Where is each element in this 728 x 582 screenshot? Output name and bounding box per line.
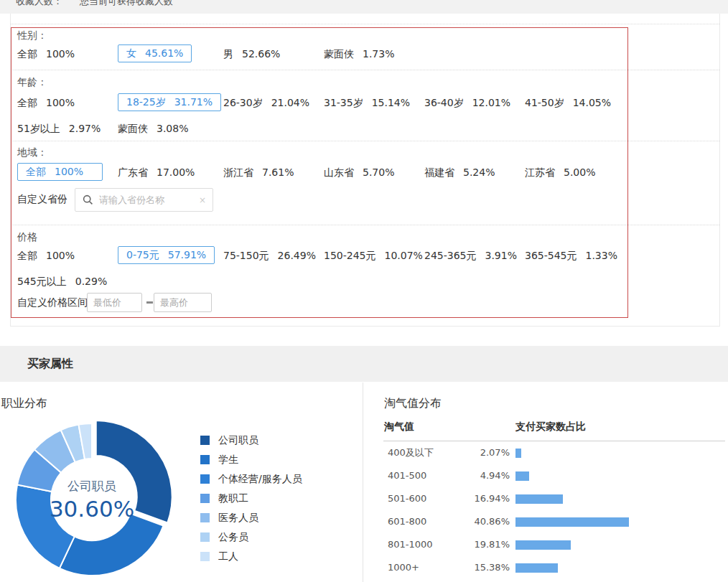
donut-slice-2[interactable] bbox=[60, 514, 164, 576]
filter-option[interactable]: 蒙面侠3.08% bbox=[118, 119, 188, 138]
filter-option-selected[interactable]: 0-75元57.91% bbox=[118, 246, 215, 264]
filter-section-label: 年龄： bbox=[17, 75, 47, 88]
legend-item[interactable]: 个体经营/服务人员 bbox=[200, 469, 302, 489]
taoqi-bar bbox=[515, 449, 521, 458]
filter-option[interactable]: 山东省5.70% bbox=[324, 163, 394, 182]
filter-section-label: 地域： bbox=[17, 146, 47, 159]
filter-option-value: 1.73% bbox=[363, 48, 394, 60]
filter-option[interactable]: 男52.66% bbox=[223, 44, 280, 63]
filter-option-name: 51岁以上 bbox=[17, 123, 60, 134]
filter-option-value: 12.01% bbox=[472, 97, 510, 108]
filter-option-selected[interactable]: 18-25岁31.71% bbox=[118, 93, 221, 111]
taoqi-percent-value: 16.94% bbox=[441, 487, 510, 510]
taoqi-range-label: 401-500 bbox=[388, 464, 426, 487]
filter-option[interactable]: 福建省5.24% bbox=[424, 163, 495, 182]
filter-option-value: 7.61% bbox=[262, 166, 294, 178]
filter-option[interactable]: 150-245元10.07% bbox=[324, 246, 423, 265]
custom-province-row: 自定义省份请输入省份名称× bbox=[17, 188, 714, 212]
taoqi-percent-value: 2.07% bbox=[441, 441, 510, 464]
filter-option-value: 10.07% bbox=[385, 250, 423, 261]
legend-item[interactable]: 公司职员 bbox=[200, 431, 302, 450]
filter-option-name: 福建省 bbox=[424, 166, 454, 178]
filter-option-name: 全部 bbox=[17, 48, 37, 60]
taoqi-table-row: 400及以下2.07% bbox=[383, 441, 725, 464]
filter-option[interactable]: 545元以上0.29% bbox=[17, 272, 107, 291]
filter-option-name: 0-75元 bbox=[126, 249, 159, 261]
taoqi-range-label: 501-600 bbox=[388, 487, 426, 510]
filter-section-label: 性别： bbox=[17, 29, 47, 42]
filter-option[interactable]: 蒙面侠1.73% bbox=[324, 44, 394, 63]
filter-option-name: 26-30岁 bbox=[223, 97, 263, 108]
filter-option[interactable]: 全部100% bbox=[17, 44, 75, 63]
filter-option[interactable]: 75-150元26.49% bbox=[223, 246, 316, 265]
taoqi-table-row: 501-60016.94% bbox=[383, 487, 725, 510]
filter-options-row: 全部100%18-25岁31.71%26-30岁21.04%31-35岁15.1… bbox=[17, 93, 714, 112]
donut-slice-3[interactable] bbox=[16, 484, 75, 568]
filter-options-row: 全部100%广东省17.00%浙江省7.61%山东省5.70%福建省5.24%江… bbox=[17, 163, 714, 182]
filter-option-selected[interactable]: 全部100% bbox=[17, 163, 103, 181]
clear-icon[interactable]: × bbox=[199, 195, 206, 205]
taoqi-bar bbox=[515, 517, 629, 527]
filter-option-value: 14.05% bbox=[573, 97, 611, 108]
taoqi-table-row: 401-5004.94% bbox=[383, 464, 725, 487]
min-price-input[interactable]: 最低价 bbox=[87, 293, 142, 312]
filter-option-value: 100% bbox=[46, 48, 75, 60]
filter-option-value: 1.33% bbox=[586, 250, 617, 261]
filter-option[interactable]: 浙江省7.61% bbox=[223, 163, 294, 182]
filter-option[interactable]: 36-40岁12.01% bbox=[424, 93, 510, 112]
province-search-input[interactable]: 请输入省份名称× bbox=[75, 188, 213, 212]
legend-swatch-icon bbox=[200, 436, 210, 445]
audience-filter-panel: 性别：全部100%女45.61%男52.66%蒙面侠1.73%年龄：全部100%… bbox=[10, 14, 720, 327]
taoqi-percent-value: 40.86% bbox=[441, 510, 510, 533]
legend-swatch-icon bbox=[200, 532, 210, 542]
taoqi-table-row: 801-100019.81% bbox=[383, 533, 725, 556]
clipped-top-text-left: 收藏人数： bbox=[16, 0, 62, 6]
filter-option[interactable]: 245-365元3.91% bbox=[424, 246, 517, 265]
filter-option-value: 100% bbox=[55, 166, 83, 177]
legend-swatch-icon bbox=[200, 455, 210, 464]
occupation-donut-chart bbox=[9, 416, 175, 582]
filter-option[interactable]: 41-50岁14.05% bbox=[525, 93, 611, 112]
filter-option[interactable]: 26-30岁21.04% bbox=[223, 93, 309, 112]
filter-option-name: 蒙面侠 bbox=[118, 123, 148, 134]
filter-option-name: 全部 bbox=[17, 250, 37, 261]
legend-label: 教职工 bbox=[218, 492, 248, 505]
filter-option-value: 52.66% bbox=[242, 48, 280, 60]
taoqi-table-row: 1000+15.38% bbox=[383, 556, 725, 579]
page: 收藏人数：您当前可获得收藏人数 性别：全部100%女45.61%男52.66%蒙… bbox=[0, 0, 728, 582]
filter-option-value: 3.91% bbox=[485, 250, 517, 261]
legend-item[interactable]: 公务员 bbox=[200, 527, 302, 547]
filter-option[interactable]: 江苏省5.00% bbox=[525, 163, 595, 182]
filter-options-row: 全部100%0-75元57.91%75-150元26.49%150-245元10… bbox=[17, 246, 714, 265]
legend-item[interactable]: 工人 bbox=[200, 547, 302, 566]
occupation-legend: 公司职员学生个体经营/服务人员教职工医务人员公务员工人 bbox=[200, 431, 302, 566]
filter-option-name: 150-245元 bbox=[324, 250, 376, 261]
filter-option-name: 女 bbox=[126, 47, 136, 59]
filter-option[interactable]: 全部100% bbox=[17, 246, 75, 265]
clipped-top-text-right: 您当前可获得收藏人数 bbox=[80, 0, 173, 6]
legend-label: 医务人员 bbox=[218, 512, 258, 525]
taoqi-chart-title: 淘气值分布 bbox=[384, 396, 442, 411]
taoqi-range-label: 601-800 bbox=[388, 510, 426, 533]
max-price-input[interactable]: 最高价 bbox=[154, 293, 212, 312]
legend-label: 学生 bbox=[218, 454, 238, 466]
filter-option[interactable]: 全部100% bbox=[17, 93, 75, 112]
donut-slice-1[interactable] bbox=[96, 421, 172, 523]
filter-option[interactable]: 31-35岁15.14% bbox=[324, 93, 410, 112]
taoqi-column-header: 淘气值 bbox=[384, 421, 414, 433]
legend-swatch-icon bbox=[200, 552, 210, 561]
section-separator bbox=[11, 24, 719, 24]
taoqi-bar bbox=[515, 540, 571, 550]
legend-item[interactable]: 学生 bbox=[200, 450, 302, 469]
taoqi-bar bbox=[515, 563, 558, 573]
legend-item[interactable]: 医务人员 bbox=[200, 508, 302, 527]
filter-options-row: 545元以上0.29% bbox=[17, 272, 714, 291]
occupation-chart-title: 职业分布 bbox=[1, 396, 47, 411]
filter-option[interactable]: 365-545元1.33% bbox=[525, 246, 617, 265]
filter-option[interactable]: 广东省17.00% bbox=[118, 163, 195, 182]
filter-option-selected[interactable]: 女45.61% bbox=[118, 44, 192, 62]
legend-item[interactable]: 教职工 bbox=[200, 489, 302, 508]
filter-option[interactable]: 51岁以上2.97% bbox=[17, 119, 101, 138]
section-separator bbox=[11, 141, 719, 141]
filter-option-name: 36-40岁 bbox=[424, 97, 464, 108]
